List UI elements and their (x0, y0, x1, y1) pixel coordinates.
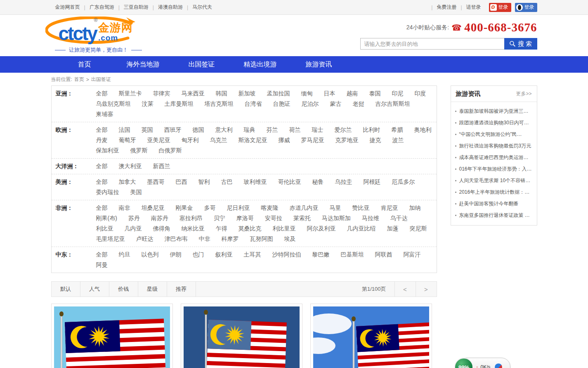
region-link[interactable]: 土库曼斯坦 (165, 99, 194, 109)
region-link[interactable]: 印度 (415, 88, 426, 99)
region-link[interactable]: 也门 (193, 249, 204, 260)
region-link[interactable]: 秘鲁 (312, 177, 324, 187)
region-link[interactable]: 全部 (96, 125, 108, 135)
region-link[interactable]: 捷克 (370, 135, 381, 145)
region-link[interactable]: 越南 (347, 88, 358, 99)
search-button[interactable]: 搜 索 (504, 38, 537, 50)
region-link[interactable]: 荷兰 (289, 125, 301, 135)
region-link[interactable]: 巴基斯坦 (341, 249, 364, 260)
region-link[interactable]: 马里 (330, 203, 341, 213)
sina-login-button[interactable]: 登录 (489, 3, 511, 12)
region-link[interactable]: 爱尔兰 (335, 125, 352, 135)
region-link[interactable]: 韩国 (216, 88, 227, 99)
region-link[interactable]: 赤道几内亚 (290, 203, 319, 213)
news-item[interactable]: 成本高签证难巴西里约奥运游… (455, 152, 534, 163)
nav-item-3[interactable]: 精选出境游 (231, 56, 290, 73)
qq-login-button[interactable]: 登录 (515, 3, 537, 12)
news-item[interactable]: 东南亚多国推行退休签证政策 … (455, 209, 534, 221)
region-link[interactable]: 阿曼 (96, 260, 108, 270)
region-link[interactable]: 中非 (199, 234, 210, 244)
region-link[interactable]: 新西兰 (153, 161, 170, 171)
topbar-link[interactable]: 广东自驾游 (85, 4, 118, 11)
prev-page-button[interactable]: < (394, 282, 416, 297)
region-link[interactable]: 津巴布韦 (165, 234, 188, 244)
region-link[interactable]: 奥地利 (414, 125, 432, 135)
nav-item-0[interactable]: 首页 (55, 56, 114, 73)
breadcrumb-home-link[interactable]: 首页 (74, 76, 84, 83)
region-link[interactable]: 乌克兰 (210, 135, 227, 145)
region-link[interactable]: 新加坡 (239, 88, 256, 99)
sort-tab[interactable]: 默认 (52, 282, 80, 297)
region-link[interactable]: 阿尔及利亚 (307, 223, 336, 234)
topbar-link[interactable]: 马尔代夫 (188, 4, 216, 11)
region-link[interactable]: 几内亚 (125, 223, 142, 234)
region-link[interactable]: 斯洛文尼亚 (239, 135, 267, 145)
region-link[interactable]: 多哥 (204, 203, 216, 213)
region-link[interactable]: 纳米比亚 (182, 223, 205, 234)
region-link[interactable]: 全部 (96, 203, 108, 213)
sort-tab[interactable]: 价钱 (109, 282, 138, 297)
region-link[interactable]: 塞拉利昂 (179, 213, 203, 223)
region-link[interactable]: 孟加拉国 (267, 88, 290, 99)
region-link[interactable]: 赞比亚 (352, 203, 370, 213)
region-link[interactable]: 约旦 (119, 249, 130, 260)
region-link[interactable]: 瓦努阿图 (250, 234, 273, 244)
login-link[interactable]: 请登录 (462, 4, 485, 11)
region-link[interactable]: 叙利亚 (215, 249, 233, 260)
region-link[interactable]: 哥伦比亚 (278, 177, 301, 187)
nav-item-2[interactable]: 出国签证 (172, 56, 231, 73)
nav-item-4[interactable]: 旅游资讯 (290, 56, 348, 73)
register-link[interactable]: 免费注册 (432, 4, 460, 11)
region-link[interactable]: 丹麦 (96, 135, 108, 145)
news-item[interactable]: 跟团游遭遇强迫购物30日内可… (455, 117, 534, 128)
region-link[interactable]: 厄瓜多尔 (392, 177, 415, 187)
region-link[interactable]: 墨西哥 (147, 177, 165, 187)
region-link[interactable]: 毛里塔尼亚 (96, 234, 125, 244)
region-link[interactable]: 瑞典 (244, 125, 255, 135)
region-link[interactable]: 利比里亚 (273, 223, 296, 234)
region-link[interactable]: 白俄罗斯 (159, 145, 182, 156)
sort-tab[interactable]: 推荐 (167, 282, 196, 297)
region-link[interactable]: 缅甸 (301, 88, 313, 99)
region-link[interactable]: 澳大利亚 (119, 161, 142, 171)
region-link[interactable]: 土耳其 (244, 249, 261, 260)
region-link[interactable]: 马拉维 (362, 213, 379, 223)
news-item[interactable]: 赴美中国游客预计今年翻番 (455, 198, 534, 209)
region-link[interactable]: 泰国 (369, 88, 381, 99)
news-more-link[interactable]: 更多>> (516, 90, 531, 97)
region-link[interactable]: 俄罗斯 (130, 145, 148, 156)
nav-item-1[interactable]: 海外当地游 (114, 56, 172, 73)
region-link[interactable]: 喀麦隆 (261, 203, 279, 213)
topbar-link[interactable]: 金游网首页 (51, 4, 84, 11)
region-link[interactable]: 马来西亚 (182, 88, 205, 99)
region-link[interactable]: 比利时 (363, 125, 380, 135)
region-link[interactable]: 以色列 (142, 249, 159, 260)
region-link[interactable]: 南苏丹 (151, 213, 168, 223)
region-link[interactable]: 老挝 (353, 99, 364, 109)
region-link[interactable]: 保加利亚 (96, 145, 119, 156)
region-link[interactable]: 黎巴嫩 (312, 249, 330, 260)
region-link[interactable]: 埃及 (284, 234, 296, 244)
region-link[interactable]: 加蓬 (387, 223, 399, 234)
sort-tab[interactable]: 人气 (80, 282, 109, 297)
region-link[interactable]: 巴西 (176, 177, 187, 187)
site-logo[interactable]: ® ctcty 金游网 .com 让旅游更简单，更自由！ (51, 17, 148, 55)
visa-card[interactable] (181, 304, 302, 368)
region-link[interactable]: 蒙古 (330, 99, 342, 109)
region-link[interactable]: 尼泊尔 (302, 99, 319, 109)
region-link[interactable]: 印尼 (392, 88, 404, 99)
visa-card[interactable] (51, 304, 173, 368)
region-link[interactable]: 委内瑞拉 (96, 187, 119, 197)
region-link[interactable]: 英国 (142, 125, 153, 135)
region-link[interactable]: 阿根廷 (364, 177, 381, 187)
region-link[interactable]: 乌拉圭 (335, 177, 352, 187)
news-item[interactable]: 016年下半年旅游经济形势：入… (455, 163, 534, 175)
region-link[interactable]: 尼日利亚 (227, 203, 250, 213)
region-link[interactable]: 乍得 (216, 223, 227, 234)
region-link[interactable]: 马达加斯加 (322, 213, 351, 223)
region-link[interactable]: 台胞证 (273, 99, 290, 109)
news-item[interactable]: 人间天堂毛里求斯 10个不容错… (455, 175, 534, 186)
region-link[interactable]: 德国 (193, 125, 204, 135)
region-link[interactable]: 刚果(布) (96, 213, 117, 223)
region-link[interactable]: 芬兰 (267, 125, 278, 135)
